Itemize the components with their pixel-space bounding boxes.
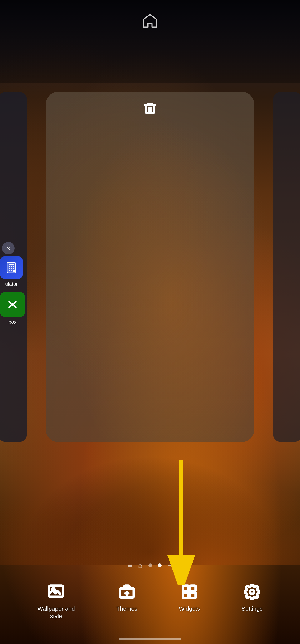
arrow-graphic bbox=[150, 460, 213, 585]
nav-item-themes[interactable]: Themes bbox=[116, 582, 137, 612]
nav-item-widgets[interactable]: Widgets bbox=[179, 582, 200, 612]
svg-point-4 bbox=[13, 266, 14, 267]
themes-label: Themes bbox=[116, 605, 137, 612]
calculator-app-icon[interactable] bbox=[0, 256, 23, 279]
calculator-icon bbox=[5, 261, 18, 274]
calculator-label: ulator bbox=[0, 281, 23, 287]
app-card-calculator: × ulator bbox=[0, 242, 23, 287]
center-card bbox=[46, 92, 254, 442]
svg-point-2 bbox=[9, 266, 10, 267]
settings-label: Settings bbox=[242, 605, 263, 612]
settings-icon bbox=[244, 584, 261, 600]
card-divider bbox=[54, 123, 246, 123]
home-icon bbox=[142, 12, 158, 29]
svg-rect-21 bbox=[190, 592, 196, 598]
svg-rect-20 bbox=[183, 592, 189, 598]
svg-point-8 bbox=[9, 270, 10, 271]
home-indicator-dot: ⌂ bbox=[138, 561, 142, 570]
wallpaper-icon-container bbox=[47, 582, 65, 601]
svg-point-6 bbox=[11, 268, 12, 269]
svg-point-5 bbox=[9, 268, 10, 269]
widgets-label: Widgets bbox=[179, 605, 200, 612]
svg-point-9 bbox=[11, 270, 12, 271]
wallpaper-label: Wallpaper andstyle bbox=[37, 605, 75, 620]
svg-point-22 bbox=[250, 590, 254, 594]
widgets-icon bbox=[181, 584, 198, 600]
nav-item-wallpaper[interactable]: Wallpaper andstyle bbox=[37, 582, 75, 620]
svg-point-7 bbox=[13, 268, 14, 269]
center-card-inner bbox=[46, 92, 254, 442]
svg-rect-19 bbox=[190, 586, 196, 591]
svg-point-3 bbox=[11, 266, 12, 267]
home-button-top[interactable] bbox=[142, 12, 158, 30]
home-indicator-pill bbox=[119, 638, 181, 640]
themes-icon bbox=[119, 584, 135, 600]
xbox-app-icon[interactable] bbox=[0, 292, 25, 317]
xbox-bg bbox=[0, 292, 25, 317]
bottom-nav-items: Wallpaper andstyle Themes bbox=[0, 582, 300, 620]
svg-rect-10 bbox=[12, 270, 14, 272]
app-card-xbox: box bbox=[0, 292, 25, 325]
settings-icon-container bbox=[243, 582, 262, 601]
nav-item-settings[interactable]: Settings bbox=[242, 582, 263, 612]
close-icon: × bbox=[6, 244, 10, 252]
yellow-arrow bbox=[150, 460, 213, 586]
themes-icon-container bbox=[117, 582, 136, 601]
xbox-label: box bbox=[0, 319, 25, 325]
right-card-partial bbox=[273, 92, 300, 442]
xbox-icon bbox=[4, 296, 21, 313]
wallpaper-icon bbox=[48, 584, 64, 600]
close-calculator-button[interactable]: × bbox=[2, 242, 14, 254]
svg-rect-18 bbox=[183, 586, 189, 591]
trash-icon bbox=[142, 100, 158, 117]
trash-button[interactable] bbox=[142, 100, 158, 117]
hamburger-indicator: ≡ bbox=[128, 561, 132, 570]
